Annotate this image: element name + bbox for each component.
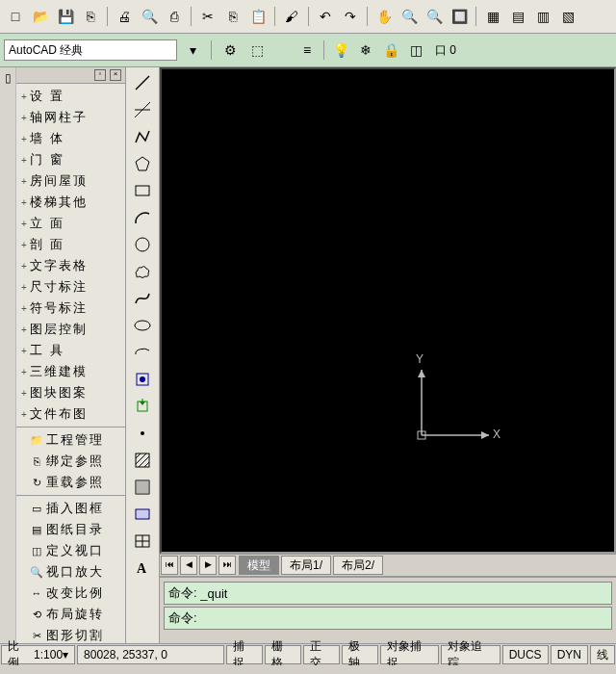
tree-item[interactable]: +剖 面: [16, 234, 125, 255]
plot-icon[interactable]: 🖨: [113, 5, 136, 28]
ellipse-icon[interactable]: [129, 314, 156, 337]
undo-icon[interactable]: ↶: [314, 5, 337, 28]
open-icon[interactable]: 📂: [29, 5, 52, 28]
insert-icon[interactable]: [129, 395, 156, 418]
tree-item[interactable]: +轴网柱子: [16, 107, 125, 128]
block-icon[interactable]: [129, 368, 156, 391]
status-mode-toggle[interactable]: 正交: [303, 645, 340, 664]
match-icon[interactable]: 🖌: [280, 5, 303, 28]
layercolor-icon[interactable]: ◫: [404, 39, 427, 62]
expand-icon[interactable]: +: [18, 134, 30, 144]
expand-icon[interactable]: +: [18, 155, 30, 166]
command-window[interactable]: 命令: _quit 命令:: [160, 576, 616, 643]
rect-icon[interactable]: [129, 179, 156, 202]
circle-icon[interactable]: [129, 233, 156, 256]
palette-close-icon[interactable]: ×: [110, 69, 121, 81]
expand-icon[interactable]: +: [18, 261, 30, 272]
tree-item[interactable]: ⟲布局旋转: [16, 604, 125, 625]
redo-icon[interactable]: ↷: [339, 5, 362, 28]
tree-item[interactable]: ▤图纸目录: [16, 519, 125, 540]
tree-item[interactable]: +楼梯其他: [16, 192, 125, 213]
dropdown-icon[interactable]: ▾: [181, 39, 204, 62]
command-input-line[interactable]: 命令:: [164, 607, 612, 630]
zoomprev-icon[interactable]: 🔍: [423, 5, 446, 28]
tree-item[interactable]: ▭插入图框: [16, 498, 125, 519]
props-icon[interactable]: ▦: [481, 5, 504, 28]
point-icon[interactable]: [129, 422, 156, 445]
expand-icon[interactable]: +: [18, 197, 30, 208]
status-mode-toggle[interactable]: 对象追踪: [441, 645, 500, 664]
pline-icon[interactable]: [129, 125, 156, 148]
expand-icon[interactable]: +: [18, 388, 30, 399]
expand-icon[interactable]: +: [18, 409, 30, 420]
dc-icon[interactable]: ▤: [506, 5, 529, 28]
tree-item[interactable]: +文字表格: [16, 255, 125, 276]
save-icon[interactable]: 💾: [54, 5, 77, 28]
expand-icon[interactable]: +: [18, 91, 30, 102]
markup-icon[interactable]: ▧: [556, 5, 579, 28]
tab-model[interactable]: 模型: [239, 556, 279, 575]
expand-icon[interactable]: +: [18, 303, 30, 314]
new-icon[interactable]: □: [4, 5, 27, 28]
tree-item[interactable]: +房间屋顶: [16, 170, 125, 192]
hatch-icon[interactable]: [129, 449, 156, 472]
tree-item[interactable]: +设 置: [16, 86, 125, 107]
status-mode-toggle[interactable]: 对象捕捉: [380, 645, 440, 664]
tree-item[interactable]: ⎘绑定参照: [16, 451, 125, 472]
zoomwin-icon[interactable]: 🔲: [448, 5, 471, 28]
expand-icon[interactable]: +: [18, 282, 30, 293]
tree-item[interactable]: +立 面: [16, 213, 125, 234]
saveall-icon[interactable]: ⎘: [79, 5, 102, 28]
status-mode-toggle[interactable]: DYN: [551, 645, 588, 664]
layerfrz-icon[interactable]: ❄: [354, 39, 377, 62]
tree-item[interactable]: +三维建模: [16, 361, 125, 382]
tree-item[interactable]: +墙 体: [16, 128, 125, 149]
text-icon[interactable]: A: [129, 557, 156, 580]
expand-icon[interactable]: +: [18, 113, 30, 123]
spline-icon[interactable]: [129, 287, 156, 310]
tree-item[interactable]: ◫定义视口: [16, 540, 125, 561]
tree-item[interactable]: +图块图案: [16, 382, 125, 403]
cut-icon[interactable]: ✂: [196, 5, 219, 28]
tree-item[interactable]: +符号标注: [16, 298, 125, 319]
layer-icon[interactable]: ≡: [295, 39, 319, 62]
arc-icon[interactable]: [129, 206, 156, 229]
model-canvas[interactable]: X Y: [160, 67, 616, 554]
status-mode-toggle[interactable]: 极轴: [342, 645, 378, 664]
tab-first-icon[interactable]: ⏮: [161, 556, 178, 575]
tree-item[interactable]: ↔改变比例: [16, 583, 125, 604]
tab-layout2[interactable]: 布局2 /: [333, 556, 383, 575]
expand-icon[interactable]: +: [18, 324, 30, 335]
copy-icon[interactable]: ⎘: [221, 5, 244, 28]
status-mode-toggle[interactable]: 捕捉: [226, 645, 263, 664]
expand-icon[interactable]: +: [18, 219, 30, 229]
tab-next-icon[interactable]: ▶: [199, 556, 217, 575]
ellipsearc-icon[interactable]: [129, 341, 156, 364]
publish-icon[interactable]: ⎙: [163, 5, 186, 28]
pan-icon[interactable]: ✋: [372, 5, 396, 28]
status-mode-toggle[interactable]: 线: [590, 645, 615, 664]
zoom-icon[interactable]: 🔍: [398, 5, 421, 28]
xline-icon[interactable]: [129, 98, 156, 121]
layeron-icon[interactable]: 💡: [329, 39, 352, 62]
paste-icon[interactable]: 📋: [246, 5, 270, 28]
palette-pin-icon[interactable]: ▫: [94, 69, 106, 81]
tab-last-icon[interactable]: ⏭: [218, 556, 236, 575]
status-scale[interactable]: 比例 1:100 ▾: [1, 645, 75, 664]
tree-item[interactable]: ↻重载参照: [16, 472, 125, 493]
status-mode-toggle[interactable]: DUCS: [502, 645, 549, 664]
layerlock-icon[interactable]: 🔒: [379, 39, 402, 62]
expand-icon[interactable]: +: [18, 176, 30, 187]
expand-icon[interactable]: +: [18, 240, 30, 250]
tree-item[interactable]: 🔍视口放大: [16, 561, 125, 583]
tree-item[interactable]: +工 具: [16, 340, 125, 361]
tree-item[interactable]: 📁工程管理: [16, 429, 125, 451]
expand-icon[interactable]: +: [18, 346, 30, 356]
tree-item[interactable]: +门 窗: [16, 149, 125, 170]
ws-lock-icon[interactable]: ⬚: [245, 39, 269, 62]
polygon-icon[interactable]: [129, 152, 156, 175]
status-mode-toggle[interactable]: 栅格: [265, 645, 301, 664]
tree-item[interactable]: ✂图形切割: [16, 625, 125, 643]
strip-icon[interactable]: ▯: [5, 71, 12, 85]
tab-layout1[interactable]: 布局1 /: [281, 556, 331, 575]
